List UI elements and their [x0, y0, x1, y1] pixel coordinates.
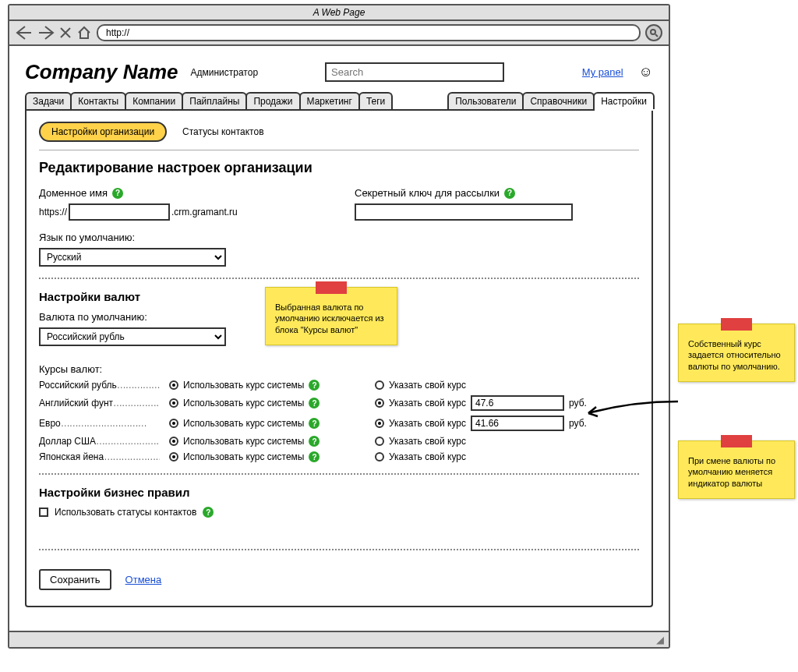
note-default-currency: Выбранная валюта по умолчанию исключаетс…: [265, 287, 397, 345]
svg-line-1: [655, 34, 658, 37]
opt-own-label: Указать свой курс: [389, 418, 466, 429]
opt-system-label: Использовать курс системы: [183, 380, 304, 391]
tab[interactable]: Задачи: [25, 92, 72, 109]
opt-own-label: Указать свой курс: [389, 451, 466, 462]
tab[interactable]: Компании: [125, 92, 183, 109]
resize-grip[interactable]: ◢: [9, 631, 669, 647]
opt-system-label: Использовать курс системы: [183, 436, 304, 447]
opt-system-label: Использовать курс системы: [183, 418, 304, 429]
currency-name: Английский фунт: [39, 398, 160, 409]
currency-name: Российский рубль: [39, 380, 160, 391]
biz-section-title: Настройки бизнес правил: [39, 486, 639, 499]
help-icon[interactable]: ?: [203, 507, 214, 518]
browser-toolbar: http://: [9, 21, 669, 46]
opt-own-label: Указать свой курс: [389, 398, 466, 409]
currency-name: Евро: [39, 418, 160, 429]
rate-input[interactable]: [471, 416, 564, 431]
note-own-rate: Собственный курс задается относительно в…: [678, 324, 795, 382]
tab[interactable]: Контакты: [70, 92, 126, 109]
rate-row: Японская йенаИспользовать курс системы?У…: [39, 451, 639, 462]
rate-input[interactable]: [471, 395, 564, 411]
user-role: Администратор: [191, 67, 259, 78]
save-button[interactable]: Сохранить: [39, 569, 111, 590]
note-currency-indicator: При смене валюты по умолчанию меняется и…: [678, 440, 795, 499]
radio-system[interactable]: [169, 437, 178, 446]
rate-row: Российский рубльИспользовать курс систем…: [39, 380, 639, 391]
secret-input[interactable]: [355, 203, 573, 221]
radio-system[interactable]: [169, 452, 178, 462]
domain-label: Доменное имя: [39, 187, 108, 199]
stop-icon[interactable]: [59, 27, 72, 39]
tab[interactable]: Теги: [358, 92, 393, 109]
tab[interactable]: Маркетинг: [299, 92, 360, 109]
currency-unit: руб.: [569, 418, 587, 429]
currency-name: Японская йена: [39, 451, 160, 462]
radio-system[interactable]: [169, 398, 178, 408]
my-panel-link[interactable]: My panel: [582, 66, 623, 78]
opt-own-label: Указать свой курс: [389, 380, 466, 391]
help-icon[interactable]: ?: [309, 398, 320, 409]
tab[interactable]: Настройки: [593, 92, 655, 109]
radio-own[interactable]: [375, 380, 384, 390]
browser-window: A Web Page http:// Company Name Админист…: [8, 4, 670, 649]
domain-input[interactable]: [69, 203, 170, 221]
forward-icon[interactable]: [37, 25, 55, 41]
domain-prefix: https://: [39, 207, 67, 218]
domain-suffix: .crm.gramant.ru: [171, 207, 238, 218]
use-statuses-checkbox[interactable]: [39, 508, 48, 517]
radio-own[interactable]: [375, 398, 384, 408]
main-tabs: ЗадачиКонтактыКомпанииПайплайныПродажиМа…: [25, 92, 653, 111]
subtab-contact-statuses[interactable]: Статусы контактов: [182, 126, 263, 137]
help-icon[interactable]: ?: [112, 188, 123, 199]
subtab-org-settings[interactable]: Настройки организации: [39, 122, 167, 142]
user-icon[interactable]: ☺: [639, 64, 653, 80]
tab[interactable]: Продажи: [245, 92, 300, 109]
opt-own-label: Указать свой курс: [389, 436, 466, 447]
tab[interactable]: Пользователи: [447, 92, 524, 109]
secret-label: Секретный ключ для рассылки: [355, 187, 500, 199]
go-button[interactable]: [645, 24, 662, 41]
use-statuses-label: Использовать статусы контактов: [55, 507, 196, 518]
rates-label: Курсы валют:: [39, 363, 639, 375]
rate-row: ЕвроИспользовать курс системы?Указать св…: [39, 416, 639, 431]
home-icon[interactable]: [76, 25, 92, 41]
currency-name: Доллар США: [39, 436, 160, 447]
help-icon[interactable]: ?: [504, 188, 515, 199]
svg-point-0: [651, 30, 655, 34]
help-icon[interactable]: ?: [309, 436, 320, 447]
lang-label: Язык по умолчанию:: [39, 232, 639, 243]
opt-system-label: Использовать курс системы: [183, 451, 304, 462]
tab[interactable]: Справочники: [522, 92, 595, 109]
radio-system[interactable]: [169, 380, 178, 390]
back-icon[interactable]: [16, 25, 33, 41]
radio-own[interactable]: [375, 437, 384, 446]
currency-unit: руб.: [569, 398, 587, 409]
rate-row: Английский фунтИспользовать курс системы…: [39, 395, 639, 411]
lang-select[interactable]: Русский: [39, 248, 226, 267]
help-icon[interactable]: ?: [309, 380, 320, 391]
radio-system[interactable]: [169, 419, 178, 428]
rate-row: Доллар СШАИспользовать курс системы?Указ…: [39, 436, 639, 447]
tab[interactable]: Пайплайны: [182, 92, 247, 109]
help-icon[interactable]: ?: [309, 418, 320, 429]
search-input[interactable]: [325, 62, 504, 82]
opt-system-label: Использовать курс системы: [183, 398, 304, 409]
cancel-link[interactable]: Отмена: [125, 574, 162, 585]
radio-own[interactable]: [375, 419, 384, 428]
page-title: Редактирование настроек организации: [39, 160, 639, 176]
radio-own[interactable]: [375, 452, 384, 462]
default-currency-select[interactable]: Российский рубль: [39, 327, 226, 346]
url-bar[interactable]: http://: [97, 24, 641, 41]
company-logo: Company Name: [25, 60, 178, 84]
help-icon[interactable]: ?: [309, 451, 320, 462]
window-title: A Web Page: [9, 5, 669, 21]
